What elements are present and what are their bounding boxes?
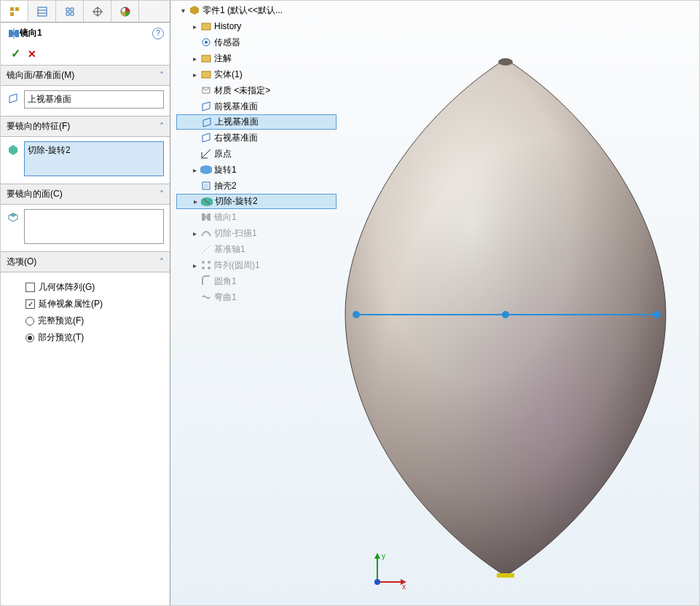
section-options-label: 选项(O) bbox=[7, 256, 36, 268]
graphics-viewport[interactable]: ▾ 零件1 (默认<<默认... ▸History传感器▸注解▸实体(1)材质 … bbox=[170, 1, 699, 605]
svg-rect-0 bbox=[38, 7, 47, 16]
axis-handle-left[interactable] bbox=[353, 311, 360, 318]
axis-handle-right[interactable] bbox=[653, 311, 661, 318]
section-mirror-plane-label: 镜向面/基准面(M) bbox=[7, 69, 74, 82]
chevron-up-icon: ˄ bbox=[160, 189, 164, 200]
radio-circle bbox=[25, 334, 34, 342]
help-button[interactable]: ? bbox=[152, 28, 164, 39]
features-selection[interactable]: 切除-旋转2 bbox=[24, 141, 164, 176]
config-manager-icon bbox=[64, 6, 76, 17]
panel-tabbar bbox=[1, 1, 170, 23]
tab-feature-manager[interactable] bbox=[1, 1, 28, 22]
chevron-up-icon: ˄ bbox=[160, 122, 164, 132]
checkbox-box: ✓ bbox=[25, 299, 35, 309]
faces-selection[interactable] bbox=[24, 209, 164, 244]
model-view[interactable] bbox=[170, 1, 700, 606]
svg-text:x: x bbox=[402, 583, 406, 591]
cancel-button[interactable]: ✕ bbox=[28, 48, 36, 60]
section-mirror-plane-header[interactable]: 镜向面/基准面(M) ˄ bbox=[1, 65, 170, 86]
feature-manager-icon bbox=[9, 5, 20, 17]
radio-circle bbox=[25, 317, 34, 326]
axis-handle-mid[interactable] bbox=[502, 311, 509, 318]
section-features-header[interactable]: 要镜向的特征(F) ˄ bbox=[1, 116, 170, 137]
pm-actions: ✓ ✕ bbox=[1, 44, 170, 65]
plane-icon bbox=[7, 93, 19, 104]
radio-full-preview[interactable]: 完整预览(F) bbox=[25, 315, 164, 327]
tab-config-manager[interactable] bbox=[56, 1, 84, 22]
mirror-feature-icon bbox=[8, 28, 20, 39]
orientation-triad[interactable]: y x bbox=[367, 550, 408, 591]
pm-title: 镜向1 bbox=[20, 27, 152, 39]
ok-button[interactable]: ✓ bbox=[11, 47, 20, 60]
mirror-plane-selection[interactable]: 上视基准面 bbox=[24, 90, 164, 109]
section-features-label: 要镜向的特征(F) bbox=[7, 120, 70, 133]
property-manager-icon bbox=[36, 6, 48, 17]
tab-dimxpert[interactable] bbox=[84, 1, 111, 22]
checkbox-geo-pattern[interactable]: 几何体阵列(G) bbox=[25, 281, 164, 294]
section-faces-label: 要镜向的面(C) bbox=[7, 188, 63, 200]
radio-part-preview[interactable]: 部分预览(T) bbox=[25, 331, 164, 344]
chevron-up-icon: ˄ bbox=[160, 71, 164, 81]
checkbox-prop-visual[interactable]: ✓ 延伸视象属性(P) bbox=[25, 298, 164, 310]
section-faces-header[interactable]: 要镜向的面(C) ˄ bbox=[1, 184, 170, 205]
svg-rect-13 bbox=[497, 573, 514, 578]
tab-property-manager[interactable] bbox=[28, 1, 56, 22]
appearance-icon bbox=[119, 6, 131, 17]
tab-appearance[interactable] bbox=[111, 1, 139, 22]
svg-point-20 bbox=[374, 579, 380, 585]
svg-point-12 bbox=[498, 58, 513, 66]
face-icon bbox=[7, 211, 19, 223]
chevron-up-icon: ˄ bbox=[160, 257, 164, 267]
svg-text:y: y bbox=[382, 552, 385, 560]
dimxpert-icon bbox=[92, 6, 103, 17]
svg-marker-15 bbox=[374, 553, 380, 559]
checkbox-box bbox=[25, 283, 35, 292]
property-manager-panel: 镜向1 ? ✓ ✕ 镜向面/基准面(M) ˄ 上视基准面 要镜向的特征(F) ˄… bbox=[1, 1, 170, 606]
pm-header: 镜向1 ? bbox=[1, 23, 170, 44]
feature-icon bbox=[7, 143, 19, 155]
section-options-header[interactable]: 选项(O) ˄ bbox=[1, 251, 170, 272]
